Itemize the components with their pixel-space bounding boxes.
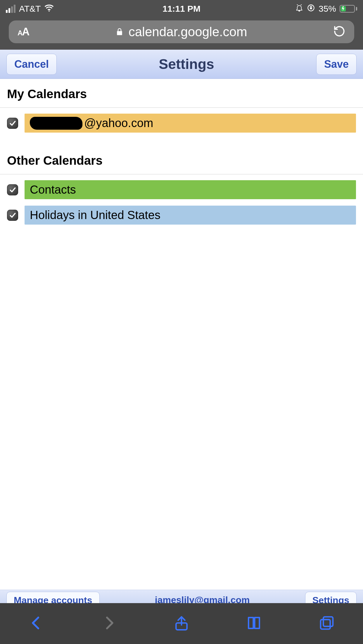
redacted-text (30, 117, 82, 130)
bookmarks-button[interactable] (246, 615, 262, 632)
url-text: calendar.google.com (129, 25, 247, 39)
save-button[interactable]: Save (316, 54, 357, 75)
text-size-button[interactable]: AA (18, 26, 29, 38)
svg-rect-2 (310, 7, 312, 9)
share-button[interactable] (173, 615, 190, 632)
safari-address-bar: AA calendar.google.com (0, 18, 363, 50)
wifi-icon (44, 4, 54, 14)
carrier-label: AT&T (19, 4, 41, 14)
svg-rect-5 (321, 619, 330, 629)
calendar-row-other-0[interactable]: Contacts (0, 178, 363, 202)
footer-settings-button[interactable]: Settings (305, 592, 357, 603)
my-calendars-heading: My Calendars (0, 79, 363, 107)
checkbox-icon[interactable] (7, 184, 18, 195)
calendar-row-other-1[interactable]: Holidays in United States (0, 203, 363, 227)
calendar-row-my-0[interactable]: @yahoo.com (0, 111, 363, 135)
calendar-label: Contacts (30, 183, 76, 196)
cancel-button[interactable]: Cancel (6, 54, 57, 75)
tabs-button[interactable] (319, 615, 335, 632)
orientation-lock-icon (307, 4, 315, 14)
back-button[interactable] (28, 615, 44, 632)
url-display[interactable]: calendar.google.com (29, 25, 333, 39)
footer-email: jameslily@gmail.com (155, 592, 250, 603)
safari-toolbar (0, 603, 363, 644)
signal-icon (6, 5, 15, 13)
checkbox-icon[interactable] (7, 210, 18, 221)
page-footer: Manage accounts jameslily@gmail.com Sett… (0, 590, 363, 603)
ios-status-bar: AT&T 11:11 PM 35% (0, 0, 363, 18)
other-calendars-heading: Other Calendars (0, 145, 363, 174)
battery-icon (340, 5, 357, 13)
calendar-label: @yahoo.com (84, 117, 153, 130)
svg-rect-4 (323, 617, 333, 626)
svg-point-0 (49, 11, 50, 12)
checkbox-icon[interactable] (7, 118, 18, 129)
forward-button[interactable] (101, 615, 117, 632)
reload-button[interactable] (333, 25, 345, 39)
clock-label: 11:11 PM (163, 4, 200, 14)
alarm-icon (295, 4, 303, 14)
calendar-label: Holidays in United States (30, 209, 160, 222)
lock-icon (115, 27, 124, 36)
manage-accounts-button[interactable]: Manage accounts (6, 592, 100, 603)
page-title: Settings (159, 56, 214, 72)
page-header: Cancel Settings Save (0, 50, 363, 79)
battery-pct-label: 35% (319, 4, 336, 14)
